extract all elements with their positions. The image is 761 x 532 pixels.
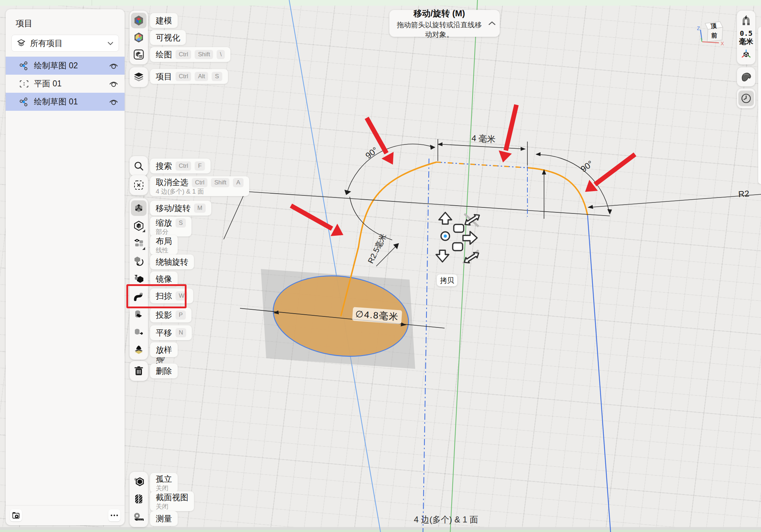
delete-button[interactable]	[131, 363, 147, 379]
trash-icon	[134, 366, 143, 376]
project-button[interactable]	[131, 307, 147, 322]
sidebar-item-sketch-02[interactable]: 绘制草图 02	[6, 57, 125, 75]
orientation-button[interactable]	[738, 47, 754, 62]
snap-button[interactable]	[738, 13, 754, 28]
modeling-tab-button[interactable]	[131, 13, 147, 28]
visibility-eye-icon[interactable]	[109, 80, 118, 88]
revolve-label[interactable]: 绕轴旋转	[150, 254, 194, 269]
translate-button[interactable]	[131, 324, 147, 340]
sweep-path-mid-selected[interactable]	[436, 162, 528, 168]
items-label[interactable]: 项目CtrlAltS	[150, 69, 228, 84]
layers-icon	[17, 39, 26, 48]
mirror-label[interactable]: 镜像	[150, 271, 178, 286]
move-rotate-label[interactable]: 移动/旋转M	[150, 201, 211, 216]
move-rotate-gizmo[interactable]	[436, 212, 481, 265]
gizmo-arrow-diagonal-bottom[interactable]	[463, 250, 480, 265]
measure-label[interactable]: 测量	[150, 511, 178, 526]
section-view-label[interactable]: 截面视图关闭	[150, 491, 194, 511]
tooltip-collapse-button[interactable]	[484, 21, 500, 25]
scale-label[interactable]: 缩放S 部分	[150, 217, 191, 236]
sidebar-item-plane-01[interactable]: 平面 01	[6, 75, 125, 93]
tooltip-description: 拖动箭头以旋转或沿直线移动对象。	[394, 20, 484, 39]
project-label[interactable]: 投影P	[150, 308, 191, 322]
section-view-icon	[134, 494, 144, 505]
sidebar-footer	[6, 505, 125, 525]
layout-button[interactable]	[131, 236, 147, 251]
sidebar-item-label: 绘制草图 01	[34, 96, 104, 107]
view-cube-top-face[interactable]: 顶	[710, 22, 717, 30]
construction-line-lightblue[interactable]	[289, 0, 380, 532]
layout-label[interactable]: 布局 线性	[150, 235, 178, 255]
visibility-eye-icon[interactable]	[109, 98, 118, 106]
translate-icon	[133, 327, 144, 337]
search-button[interactable]	[131, 158, 147, 174]
sketch-dimension-lines	[224, 139, 761, 266]
grid-snap-size[interactable]: 0.5毫米	[739, 29, 753, 46]
items-button[interactable]	[131, 69, 147, 85]
scale-button[interactable]	[131, 218, 147, 234]
loft-label[interactable]: 放样	[150, 342, 178, 357]
mirror-button[interactable]	[131, 271, 147, 287]
history-button[interactable]	[738, 91, 754, 106]
view-cube-front-face[interactable]: 前	[711, 32, 717, 39]
ellipsis-icon	[110, 514, 118, 516]
dimension-radius-right-label[interactable]: R2	[738, 189, 750, 199]
gizmo-copy-button[interactable]: 拷贝	[437, 274, 457, 286]
view-cube[interactable]: 顶 前 Z X	[697, 22, 724, 46]
stacked-layers-icon	[133, 72, 144, 82]
revolve-button[interactable]	[131, 253, 147, 269]
history-clock-icon	[741, 93, 751, 104]
view-tools-group	[130, 472, 148, 527]
modeling-cube-icon	[133, 15, 144, 26]
submenu-indicator	[142, 247, 145, 250]
drawing-icon	[133, 49, 144, 60]
add-folder-button[interactable]	[10, 509, 22, 521]
measure-button[interactable]	[131, 509, 147, 525]
chevron-down-icon	[107, 41, 114, 45]
deselect-icon	[134, 180, 144, 190]
selection-summary: 4 边(多个) & 1 面	[156, 188, 204, 195]
deselect-all-label[interactable]: 取消全选CtrlShiftA 4 边(多个) & 1 面	[150, 176, 249, 196]
shading-group	[737, 67, 755, 86]
translate-label[interactable]: 平移N	[150, 325, 192, 340]
gizmo-handle-square-bottom[interactable]	[453, 243, 463, 251]
more-options-button[interactable]	[108, 509, 120, 521]
sidebar-item-sketch-01[interactable]: 绘制草图 01	[6, 93, 125, 111]
visualization-tab-label[interactable]: 可视化	[150, 30, 186, 45]
sweep-label[interactable]: 扫掠W	[150, 288, 193, 303]
profile-line-blue-right[interactable]	[588, 215, 611, 532]
shading-mode-button[interactable]	[738, 69, 754, 85]
isolate-button[interactable]	[131, 474, 147, 490]
sketch-icon	[19, 97, 29, 107]
gizmo-arrow-down[interactable]	[436, 250, 449, 262]
dimension-width-label[interactable]: 4 毫米	[471, 132, 496, 145]
gizmo-handle-square-top[interactable]	[454, 224, 464, 232]
isolate-label[interactable]: 孤立关闭	[150, 473, 178, 493]
construction-dashdot-left[interactable]	[423, 159, 429, 532]
deselect-all-button[interactable]	[131, 177, 147, 193]
drawing-tab-label[interactable]: 绘图CtrlShift\	[150, 47, 230, 62]
loft-button[interactable]	[131, 342, 147, 357]
axis-z-label: Z	[697, 25, 700, 31]
axis-line-green[interactable]	[450, 0, 477, 532]
sweep-button[interactable]	[131, 289, 147, 304]
loft-icon	[133, 344, 144, 355]
offscreen-panel-edge	[758, 27, 761, 184]
section-view-button[interactable]	[131, 492, 147, 507]
search-label[interactable]: 搜索CtrlF	[150, 159, 211, 173]
workspace-switcher-group	[130, 11, 148, 64]
project-filter-dropdown[interactable]: 所有项目	[11, 35, 119, 52]
history-group	[737, 88, 755, 108]
modeling-tab-label[interactable]: 建模	[150, 13, 178, 28]
move-rotate-button[interactable]	[131, 200, 147, 216]
gizmo-arrow-up[interactable]	[439, 212, 452, 224]
magnet-icon	[741, 15, 751, 26]
drawing-tab-button[interactable]	[131, 47, 147, 62]
visibility-eye-icon[interactable]	[109, 62, 118, 70]
chevron-up-icon	[488, 21, 496, 25]
project-icon	[133, 309, 144, 320]
delete-label[interactable]: 删除	[150, 364, 178, 378]
visualization-tab-button[interactable]	[131, 30, 147, 45]
items-group	[130, 67, 148, 87]
sweep-path-right[interactable]	[528, 168, 588, 215]
